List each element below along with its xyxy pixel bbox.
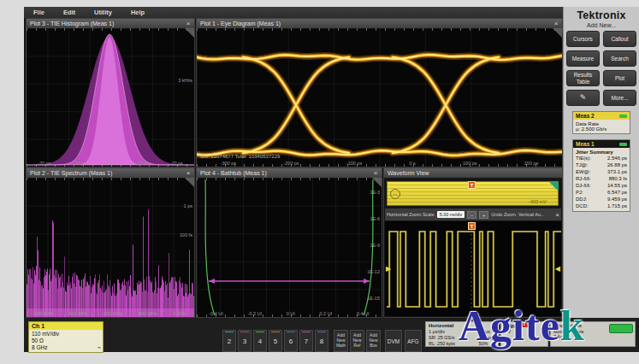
jitter-row: TIE(s):2.546 ps: [576, 155, 627, 161]
trigger-marker-icon[interactable]: T: [468, 181, 476, 189]
spectrum-y-tick: 1 ps: [184, 203, 192, 208]
sidebar-button-cursors[interactable]: Cursors: [566, 31, 600, 47]
trigger-marker-icon[interactable]: T: [468, 222, 476, 230]
plot-bathtub-title: Plot 4 - Bathtub (Meas 1): [197, 168, 382, 178]
add-new-bus-button[interactable]: Add New Bus: [366, 330, 381, 352]
channel-color-strip: [287, 332, 295, 332]
tektronix-logo: Tektronix: [564, 9, 639, 21]
meas2-header: Meas 2: [573, 112, 630, 120]
meas2-name: Meas 2: [576, 113, 595, 119]
channel-2-button[interactable]: 2: [222, 330, 236, 352]
zoom-in-button[interactable]: +: [479, 211, 488, 219]
jitter-label: TJ@:: [576, 161, 588, 168]
channel-color-strip: [302, 332, 311, 332]
waveform-overview-band[interactable]: ↔ T -400 mV: [387, 181, 559, 206]
channel-8-button[interactable]: 8: [315, 330, 328, 352]
meas2-body: Data Rate µ: 2.500 Gb/s: [573, 120, 630, 133]
jitter-value: 14.55 ps: [607, 182, 627, 189]
channel-4-button[interactable]: 4: [253, 330, 267, 352]
plot-tie-spectrum-title: Plot 2 - TIE Spectrum (Meas 1): [27, 168, 194, 178]
vertical-auto-button[interactable]: Vertical Au...: [518, 212, 545, 217]
meas1-status-pill: [619, 143, 627, 146]
channel-7-button[interactable]: 7: [299, 330, 313, 352]
add-new-math-button[interactable]: Add New Math: [334, 330, 348, 352]
plot-bathtub-canvas: 1E-31E-61E-91E-121E-15 -0.4 UI-0.2 UI0 U…: [197, 178, 382, 317]
watermark: Agitek: [459, 301, 585, 350]
channel-1-label: Ch 1: [29, 322, 103, 330]
channel-1-badge[interactable]: Ch 1 ⌁ 110 mV/div50 Ω8 GHz: [28, 321, 104, 353]
undo-zoom-button[interactable]: Undo Zoom: [491, 212, 516, 217]
jitter-value: 26.88 ps: [607, 161, 627, 168]
plot-eye-diagram-title: Plot 1 - Eye Diagram (Meas 1): [197, 19, 562, 28]
menu-utility[interactable]: Utility: [85, 9, 121, 16]
jitter-label: PJ:: [576, 189, 583, 196]
menu-file[interactable]: File: [24, 9, 54, 16]
probe-icon: ⌁: [98, 344, 101, 351]
jitter-label: DJ-δδ:: [576, 182, 591, 189]
channel-3-button[interactable]: 3: [238, 330, 251, 352]
zoom-out-button[interactable]: −: [467, 211, 476, 219]
bathtub-trace: [197, 178, 382, 317]
meas1-badge[interactable]: Meas 1 Jitter Summary TIE(s):2.546 psTJ@…: [572, 139, 630, 212]
channel-color-strip: [317, 332, 326, 332]
jitter-value: 6.547 ps: [607, 189, 627, 196]
acquisition-run-button[interactable]: [609, 324, 633, 333]
plot-eye-diagram-canvas: UIs: 12074877 Total: 10340537229 -300 ps…: [197, 28, 562, 167]
eye-trace: [197, 28, 562, 167]
sidebar-button-search[interactable]: Search: [603, 50, 636, 67]
add-new-label: Add New...: [564, 22, 639, 28]
zoom-scale-label: Horizontal Zoom Scale: [387, 212, 435, 217]
plot-tie-histogram-canvas: 3 kHits -20 ps-10 ps0 s10 ps20 ps: [27, 28, 194, 167]
right-edge-arrow-icon: ◀: [555, 265, 560, 273]
plot-bathtub-close-icon[interactable]: ×: [371, 168, 380, 178]
dvm-button[interactable]: DVM: [385, 330, 402, 352]
channel-5-button[interactable]: 5: [269, 330, 282, 352]
jitter-label: RJ-δδ:: [576, 175, 591, 182]
zoom-toolbar-close-icon[interactable]: ×: [555, 211, 559, 219]
sidebar-button-measure[interactable]: Measure: [566, 50, 600, 67]
spectrum-y-tick: 100 fs: [180, 232, 192, 238]
more-button[interactable]: More...: [603, 90, 636, 106]
jitter-label: EW@:: [576, 168, 590, 175]
afg-button[interactable]: AFG: [405, 330, 422, 352]
jitter-value: 880.3 fs: [609, 175, 627, 182]
plot-tie-histogram: Plot 3 - TIE Histogram (Meas 1) × 3 kHit…: [26, 18, 195, 167]
jitter-row: DJ-δδ:14.55 ps: [576, 182, 627, 189]
sidebar-button-callout[interactable]: Callout: [603, 31, 636, 47]
pan-icon[interactable]: ↔: [390, 189, 400, 199]
channel-color-strip: [240, 332, 249, 332]
sidebar-buttons: CursorsCalloutMeasureSearchResults Table…: [564, 31, 639, 106]
channel-6-button[interactable]: 6: [284, 330, 298, 352]
spectrum-trace: [27, 178, 194, 317]
overview-level-label: -400 mV: [529, 199, 547, 204]
menu-bar: FileEditUtilityHelp: [24, 7, 563, 18]
add-new-ref-button[interactable]: Add New Ref: [350, 330, 364, 352]
channel-1-setting: 110 mV/div: [32, 331, 100, 338]
plot-tie-spectrum-canvas: 1 ps 100 fs 200 MHz400 MHz600 MHz800 MHz…: [27, 178, 194, 317]
menu-edit[interactable]: Edit: [54, 9, 85, 16]
zoom-toolbar: Horizontal Zoom Scale 5.00 ns/div − + Un…: [385, 208, 561, 220]
plot-tie-spectrum-close-icon[interactable]: ×: [184, 168, 192, 178]
meas1-body: Jitter Summary TIE(s):2.546 psTJ@:26.88 …: [573, 148, 630, 211]
jitter-value: 1.715 ps: [607, 203, 627, 209]
annotation-pencil-icon[interactable]: ✎: [566, 90, 600, 106]
plot-eye-diagram-close-icon[interactable]: ×: [552, 19, 560, 28]
plot-tie-histogram-close-icon[interactable]: ×: [184, 19, 192, 28]
menu-help[interactable]: Help: [121, 9, 154, 16]
jitter-label: DDJ:: [576, 196, 587, 203]
meas1-header: Meas 1: [573, 140, 630, 148]
zoom-scale-value[interactable]: 5.00 ns/div: [437, 211, 465, 218]
jitter-row: RJ-δδ:880.3 fs: [576, 175, 627, 182]
jitter-row: DDJ:9.459 ps: [576, 196, 627, 203]
y-tick-label: 1E-15: [367, 296, 380, 301]
channel-color-strip: [256, 332, 264, 332]
meas2-badge[interactable]: Meas 2 Data Rate µ: 2.500 Gb/s: [572, 111, 630, 134]
jitter-row: PJ:6.547 ps: [576, 189, 627, 196]
meas1-name: Meas 1: [576, 141, 595, 147]
waveform-view-window: Waveform View ↔ T -400 mV Horizontal Zoo…: [383, 167, 563, 318]
channel-1-settings: ⌁ 110 mV/div50 Ω8 GHz: [29, 330, 103, 352]
sidebar-button-results-table[interactable]: Results Table: [566, 70, 600, 86]
jitter-label: DCD:: [576, 203, 589, 209]
plot-eye-diagram: Plot 1 - Eye Diagram (Meas 1) × UIs: 120…: [196, 18, 563, 167]
sidebar-button-plot[interactable]: Plot: [603, 70, 636, 86]
